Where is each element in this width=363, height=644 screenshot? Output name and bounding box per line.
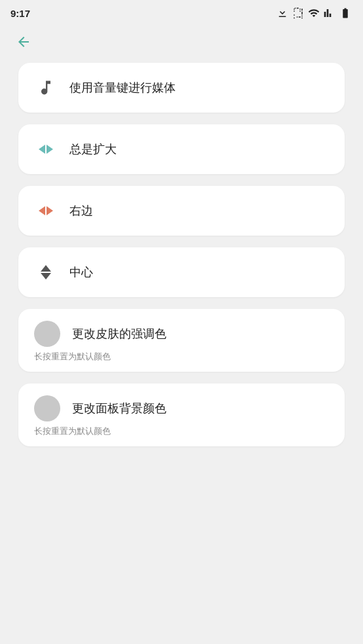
- teal-arrows-icon: [34, 137, 58, 161]
- arrow-up-icon: [41, 265, 51, 272]
- media-volume-card[interactable]: 使用音量键进行媒体: [18, 63, 345, 113]
- signal-icon: [324, 7, 334, 19]
- arrow-left-orange-icon: [39, 206, 45, 215]
- back-button[interactable]: [10, 29, 37, 55]
- download-icon: [277, 7, 288, 19]
- music-icon: [34, 76, 58, 99]
- right-side-label: 右边: [69, 203, 93, 219]
- panel-bg-card[interactable]: 更改面板背景颜色 长按重置为默认颜色: [18, 384, 345, 446]
- accent-color-top: 更改皮肤的强调色: [34, 321, 329, 347]
- wifi-icon: [308, 7, 320, 19]
- arrow-left-icon: [39, 145, 45, 154]
- cards-container: 使用音量键进行媒体 总是扩大 右边 中心: [0, 63, 363, 446]
- status-time: 9:17: [10, 8, 30, 19]
- accent-color-card[interactable]: 更改皮肤的强调色 长按重置为默认颜色: [18, 309, 345, 372]
- battery-icon: [338, 7, 353, 19]
- orange-arrows-icon: [34, 199, 58, 223]
- panel-bg-label: 更改面板背景颜色: [72, 401, 166, 416]
- always-expand-label: 总是扩大: [69, 141, 117, 157]
- screenshot-icon: [292, 7, 304, 19]
- arrow-right-icon: [47, 145, 53, 154]
- accent-color-circle: [34, 321, 60, 347]
- right-side-card[interactable]: 右边: [18, 186, 345, 236]
- panel-bg-color-circle: [34, 395, 60, 421]
- media-volume-label: 使用音量键进行媒体: [69, 80, 176, 96]
- arrow-down-icon: [41, 273, 51, 279]
- accent-color-sub: 长按重置为默认颜色: [34, 351, 329, 363]
- music-note-icon: [37, 79, 55, 97]
- arrow-right-orange-icon: [47, 206, 53, 215]
- panel-bg-sub: 长按重置为默认颜色: [34, 425, 329, 437]
- status-icons: [277, 7, 353, 19]
- panel-bg-top: 更改面板背景颜色: [34, 395, 329, 421]
- status-bar: 9:17: [0, 0, 363, 24]
- always-expand-card[interactable]: 总是扩大: [18, 124, 345, 174]
- center-card[interactable]: 中心: [18, 247, 345, 297]
- center-label: 中心: [69, 264, 93, 280]
- accent-color-label: 更改皮肤的强调色: [72, 326, 166, 342]
- updown-arrows-icon: [34, 260, 58, 284]
- back-arrow-icon: [16, 34, 31, 50]
